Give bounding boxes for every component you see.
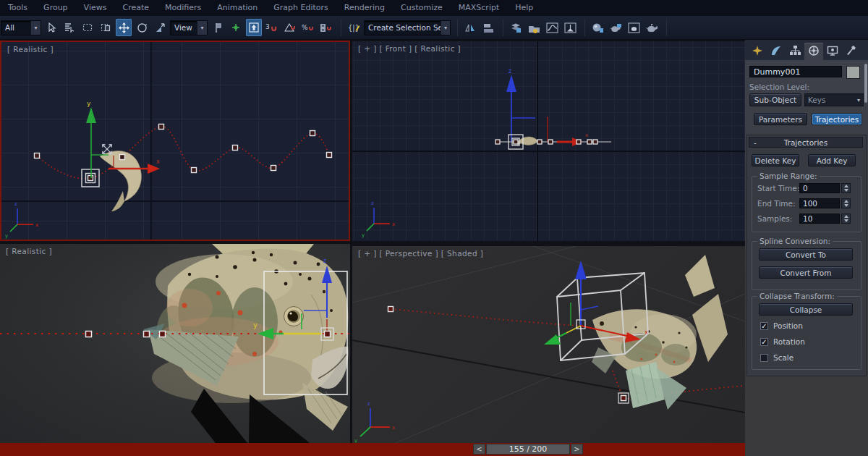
- viewport-bottom-left[interactable]: [ Realistic ]: [0, 244, 350, 443]
- curve-editor-button[interactable]: [544, 19, 560, 36]
- braces-pencil-icon: {|}: [348, 22, 359, 33]
- window-crossing-button[interactable]: [98, 19, 114, 36]
- display-icon: [827, 45, 838, 58]
- keyboard-override-button[interactable]: [246, 19, 262, 36]
- render-production-button[interactable]: [644, 19, 660, 36]
- tab-utilities[interactable]: [842, 43, 861, 60]
- selection-filter-dropdown[interactable]: All ▾: [1, 20, 41, 35]
- prev-frame-button[interactable]: <: [473, 444, 485, 455]
- collapse-button[interactable]: Collapse: [759, 303, 853, 316]
- trajectories-tab-button[interactable]: Trajectories: [812, 113, 862, 125]
- use-pivot-center-button[interactable]: [210, 19, 226, 36]
- sub-object-button[interactable]: Sub-Object: [749, 93, 801, 106]
- ref-coord-value: View: [171, 23, 196, 32]
- layer-manager-button[interactable]: [508, 19, 524, 36]
- menu-views[interactable]: Views: [76, 0, 115, 16]
- object-color-swatch[interactable]: [846, 66, 860, 79]
- menu-rendering[interactable]: Rendering: [336, 0, 393, 16]
- start-time-spinner[interactable]: [841, 183, 851, 193]
- rect-selection-region-button[interactable]: [80, 19, 95, 36]
- object-name-field[interactable]: Dummy001: [749, 66, 842, 77]
- svg-text:x: x: [35, 222, 38, 228]
- tab-motion[interactable]: [804, 43, 823, 60]
- viewport-label[interactable]: [ Realistic ]: [7, 45, 54, 54]
- position-checkbox[interactable]: [760, 322, 768, 330]
- material-sphere-icon: [592, 22, 604, 33]
- viewport-top-right[interactable]: [ + ] [ Front ] [ Realistic ] x z: [352, 41, 745, 241]
- tab-create[interactable]: [748, 43, 767, 60]
- viewport-label[interactable]: [ + ] [ Perspective ] [ Shaded ]: [358, 249, 483, 258]
- time-slider-track[interactable]: < 155 / 200 >: [0, 443, 745, 456]
- align-button[interactable]: [480, 19, 496, 36]
- svg-text:x: x: [585, 132, 588, 138]
- viewport-label[interactable]: [ + ] [ Front ] [ Realistic ]: [358, 44, 461, 53]
- rotation-checkbox[interactable]: [760, 338, 768, 346]
- viewport-bottom-right[interactable]: [ + ] [ Perspective ] [ Shaded ]: [352, 246, 745, 443]
- convert-from-button[interactable]: Convert From: [759, 266, 853, 279]
- parameters-tab-button[interactable]: Parameters: [754, 113, 807, 125]
- next-frame-button[interactable]: >: [571, 444, 583, 455]
- spinner-snap-button[interactable]: [318, 19, 334, 36]
- angle-snap-button[interactable]: [282, 19, 298, 36]
- menu-animation[interactable]: Animation: [209, 0, 265, 16]
- edit-named-selections-button[interactable]: {|}: [346, 19, 362, 36]
- menu-maxscript[interactable]: MAXScript: [451, 0, 507, 16]
- start-time-field[interactable]: 0: [799, 183, 840, 193]
- spinner-snap-icon: [320, 22, 333, 33]
- menu-modifiers[interactable]: Modifiers: [157, 0, 209, 16]
- mirror-button[interactable]: [462, 19, 478, 36]
- fish-small: [517, 137, 538, 145]
- select-and-scale-button[interactable]: [152, 19, 168, 36]
- schematic-view-button[interactable]: [562, 19, 578, 36]
- tab-modify[interactable]: [767, 43, 786, 60]
- end-time-field[interactable]: 100: [799, 198, 840, 208]
- add-key-button[interactable]: Add Key: [808, 154, 856, 166]
- trajectories-rollout-header[interactable]: - Trajectories: [749, 137, 863, 148]
- svg-text:x: x: [392, 425, 395, 431]
- select-and-move-button[interactable]: [116, 19, 132, 36]
- menu-help[interactable]: Help: [507, 0, 541, 16]
- axis-y-label: y: [87, 100, 91, 107]
- sub-object-level-dropdown[interactable]: Keys ▾: [804, 93, 864, 106]
- select-and-rotate-button[interactable]: [134, 19, 150, 36]
- menu-create[interactable]: Create: [114, 0, 157, 16]
- select-object-button[interactable]: [43, 19, 59, 36]
- render-teapot-icon: [645, 22, 658, 33]
- time-slider[interactable]: 155 / 200: [486, 444, 570, 455]
- delete-key-button[interactable]: Delete Key: [752, 154, 799, 166]
- viewport-top-left[interactable]: [ Realistic ]: [0, 41, 350, 241]
- tab-hierarchy[interactable]: [786, 43, 804, 60]
- svg-text:3: 3: [265, 23, 270, 30]
- graphite-toggle-button[interactable]: [526, 19, 542, 36]
- samples-spinner[interactable]: [841, 214, 851, 224]
- tab-display[interactable]: [823, 43, 842, 60]
- menu-customize[interactable]: Customize: [393, 0, 451, 16]
- select-by-name-button[interactable]: [61, 19, 77, 36]
- snap-toggle-3d-button[interactable]: 3: [264, 19, 280, 36]
- material-editor-button[interactable]: [590, 19, 605, 36]
- select-and-manipulate-button[interactable]: [228, 19, 244, 36]
- rendered-frame-window-button[interactable]: [626, 19, 642, 36]
- fish-eye: [284, 307, 304, 326]
- move-icon: [119, 22, 129, 33]
- chevron-down-icon: ▾: [441, 21, 450, 35]
- named-selection-combo[interactable]: Create Selection Se ▾: [364, 20, 451, 35]
- menu-tools[interactable]: Tools: [0, 0, 35, 16]
- samples-field[interactable]: 10: [799, 214, 840, 224]
- convert-to-button[interactable]: Convert To: [759, 248, 853, 261]
- render-setup-button[interactable]: [608, 19, 624, 36]
- trajectory-keys[interactable]: [35, 124, 332, 181]
- viewport-label[interactable]: [ Realistic ]: [6, 247, 52, 256]
- ref-coord-dropdown[interactable]: View ▾: [170, 20, 208, 35]
- svg-text:x: x: [392, 221, 395, 227]
- panel-scrollbar[interactable]: [864, 64, 867, 103]
- menu-group[interactable]: Group: [35, 0, 76, 16]
- rotate-icon: [137, 22, 148, 33]
- scale-checkbox[interactable]: [760, 354, 768, 362]
- end-time-spinner[interactable]: [841, 198, 851, 208]
- menu-graph-editors[interactable]: Graph Editors: [265, 0, 336, 16]
- percent-snap-button[interactable]: %: [300, 19, 316, 36]
- selection-level-label: Selection Level:: [749, 83, 809, 91]
- fish-closeup-scene: y z: [0, 244, 350, 443]
- collapse-minus-icon: -: [749, 138, 761, 147]
